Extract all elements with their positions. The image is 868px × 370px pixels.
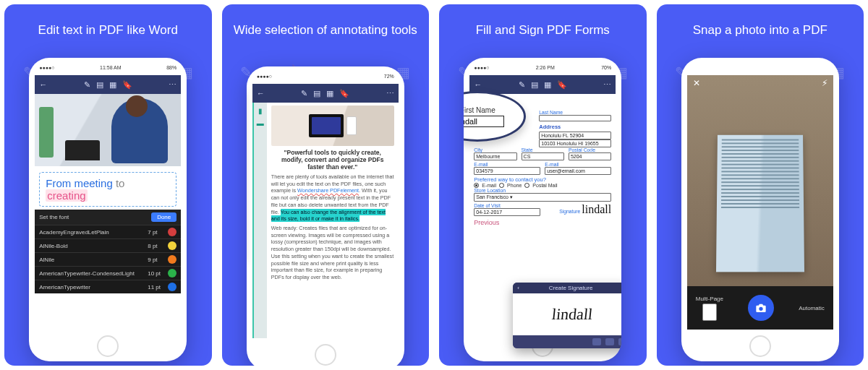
previous-label: Previous: [474, 219, 611, 226]
promo-card-edit-text: Edit text in PDF like Word ✎🔖⬚▦ ●●●●○ 11…: [4, 4, 212, 366]
bookmark-icon[interactable]: 🔖: [339, 89, 349, 98]
font-option[interactable]: AmericanTypewriter11 pt: [35, 280, 181, 293]
doc-paragraph: There are plenty of tools available on t…: [271, 173, 394, 223]
more-icon[interactable]: ⋯: [386, 89, 394, 98]
font-panel-title: Set the font: [39, 214, 69, 220]
pdf-toolbar: ← ✎ ▤ ▦ 🔖 ⋯: [252, 84, 399, 103]
signature-tool-row: [513, 335, 621, 348]
grid-icon[interactable]: ▦: [109, 80, 116, 90]
sig-camera-icon[interactable]: [618, 338, 621, 345]
mode-multipage[interactable]: Multi-Page: [696, 296, 723, 302]
home-button[interactable]: [97, 335, 119, 357]
email-input[interactable]: 034579: [474, 167, 540, 175]
signal-indicator: ●●●●○: [39, 65, 54, 70]
signature-value[interactable]: lindall: [582, 203, 611, 215]
promo-card-fill-sign: Fill and Sign PDF Forms ✎🔖⬚▦ First Name …: [439, 4, 647, 366]
camera-viewfinder: ✕ ⚡︎ Multi-Page: [687, 75, 833, 330]
font-option[interactable]: AlNile-Bold8 pt: [35, 238, 181, 252]
city-input[interactable]: Melbourne: [474, 152, 516, 160]
font-panel: Set the font Done AcademyEngravedLetPlai…: [35, 210, 181, 293]
signature-popup: ‹ Create Signature ✓ lindall: [513, 283, 621, 348]
phone-frame: ◉ T ▭ ▤ ▮ U S ✎ ◌ 🖌 ／ ↗ ◇ ●●●●○72% ←: [247, 66, 404, 366]
promo-card-annotate: Wide selection of annotating tools ✎🔖⬚▦ …: [222, 4, 430, 366]
document-in-view: [716, 135, 804, 272]
font-option[interactable]: AlNile9 pt: [35, 252, 181, 266]
bookmark-icon[interactable]: 🔖: [122, 80, 132, 90]
home-button[interactable]: [749, 335, 771, 357]
status-bar: ●●●●○ 11:58 AM 88%: [29, 62, 187, 72]
sig-keyboard-icon[interactable]: [592, 338, 601, 345]
sig-image-icon[interactable]: [605, 338, 614, 345]
edit-icon[interactable]: ✎: [301, 89, 307, 98]
last-name-input[interactable]: [539, 115, 611, 121]
back-button[interactable]: ←: [474, 80, 482, 89]
status-bar: [681, 62, 839, 72]
battery-indicator: 88%: [166, 65, 176, 70]
contact-radio-group: E-mail Phone Postal Mail: [474, 183, 611, 188]
edit-icon[interactable]: ✎: [84, 80, 90, 90]
radio-phone[interactable]: [499, 183, 504, 188]
pdf-toolbar: ← ✎ ▤ ▦ 🔖 ⋯: [35, 75, 181, 94]
address2-input[interactable]: 10103 Honolulu HI 19655: [539, 139, 611, 147]
bookmark-icon[interactable]: 🔖: [557, 80, 567, 90]
signature-pad[interactable]: lindall: [513, 293, 621, 335]
status-bar: ●●●●○2:26 PM70%: [464, 62, 621, 72]
grid-icon[interactable]: ▦: [544, 80, 551, 90]
promo-card-snap-photo: Snap a photo into a PDF ✎🔖⬚▦ ✕ ⚡︎: [657, 4, 864, 366]
highlighted-text[interactable]: You can also change the alignment of the…: [271, 209, 386, 223]
zoom-field-label: First Name: [464, 106, 495, 114]
camera-close-icon[interactable]: ✕: [693, 78, 700, 88]
email2-input[interactable]: user@email.com: [545, 167, 611, 175]
edit-icon[interactable]: ✎: [519, 80, 525, 90]
card-title: Edit text in PDF like Word: [31, 23, 185, 38]
document-image: [271, 106, 394, 146]
font-option[interactable]: AcademyEngravedLetPlain7 pt: [35, 225, 181, 238]
grid-icon[interactable]: ▦: [326, 89, 333, 98]
back-button[interactable]: ←: [257, 89, 265, 98]
phone-frame: ●●●●○ 11:58 AM 88% ← ✎ ▤ ▦ 🔖 ⋯: [29, 58, 187, 361]
editable-text-box[interactable]: From meeting to creating: [39, 172, 176, 207]
font-option[interactable]: AmericanTypewriter-CondensedLight10 pt: [35, 266, 181, 280]
done-button[interactable]: Done: [151, 212, 176, 222]
more-icon[interactable]: ⋯: [603, 80, 611, 90]
back-button[interactable]: ←: [39, 80, 47, 89]
date-input[interactable]: 04-12-2017: [474, 208, 540, 216]
phone-frame: First Name dindall ●●●●○2:26 PM70% ← ✎ ▤…: [464, 58, 621, 361]
camera-flash-icon[interactable]: ⚡︎: [822, 78, 827, 88]
doc-paragraph: Web ready: Creates files that are optimi…: [271, 225, 394, 281]
popup-back-icon[interactable]: ‹: [517, 285, 519, 291]
phone-frame: ✕ ⚡︎ Multi-Page: [681, 58, 839, 361]
state-input[interactable]: CS: [522, 152, 564, 160]
annotation-style-strip: ▮ ▬: [252, 103, 267, 338]
clock: 11:58 AM: [100, 65, 122, 70]
page-thumbnail[interactable]: [702, 304, 717, 321]
document-photo: [35, 94, 181, 166]
mode-automatic[interactable]: Automatic: [799, 305, 825, 311]
postal-input[interactable]: 5204: [569, 152, 611, 160]
signature-popup-title: Create Signature: [549, 285, 592, 291]
shutter-button[interactable]: [748, 295, 774, 321]
pdf-toolbar: ← ✎ ▤ ▦ 🔖 ⋯: [469, 75, 616, 94]
zoom-field-input[interactable]: dindall: [464, 116, 504, 127]
radio-email[interactable]: [474, 183, 479, 188]
radio-postal[interactable]: [524, 183, 529, 188]
fields-icon[interactable]: ▤: [313, 89, 320, 98]
camera-bottom-bar: Multi-Page Automatic: [687, 286, 833, 330]
section-label: Address: [539, 124, 611, 130]
card-title: Snap a photo into a PDF: [686, 23, 835, 38]
document-body: "Powerful tools to quickly create, modif…: [267, 103, 399, 338]
doc-headline: "Powerful tools to quickly create, modif…: [273, 149, 393, 171]
card-title: Fill and Sign PDF Forms: [469, 23, 617, 38]
home-button[interactable]: [315, 344, 336, 366]
highlighter-weight[interactable]: ▬: [257, 119, 264, 127]
more-icon[interactable]: ⋯: [169, 80, 176, 90]
address-input[interactable]: Honolulu FL 52904: [539, 132, 611, 139]
fields-icon[interactable]: ▤: [96, 80, 103, 90]
highlighter-color[interactable]: ▮: [258, 107, 263, 115]
fields-icon[interactable]: ▤: [531, 80, 538, 90]
card-title: Wide selection of annotating tools: [226, 23, 425, 38]
status-bar: ●●●●○72%: [247, 71, 404, 81]
store-select[interactable]: San Francisco ▾: [474, 193, 611, 202]
